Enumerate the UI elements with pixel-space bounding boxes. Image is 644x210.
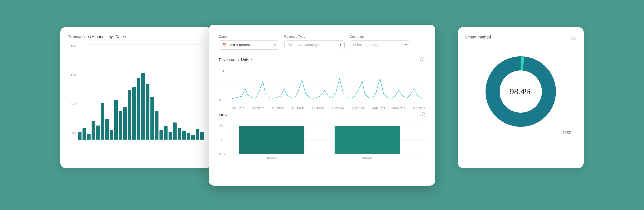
date-label-1: 12/01/2023 bbox=[231, 107, 244, 110]
revenue-type-filter-group: Revenue Type Select a revenue type. ▾ bbox=[284, 35, 345, 50]
date-label-10: 02/02/2024 bbox=[413, 107, 425, 110]
line-chart-section: Revenue by Date ▾ i bbox=[219, 57, 425, 106]
dates-clear-button[interactable]: × bbox=[274, 43, 276, 47]
line-chart-info-icon[interactable]: i bbox=[420, 57, 425, 62]
right-chart-title: yment method bbox=[465, 35, 491, 39]
mrr-chart-section: MRR i 20k - 10k - 0.0 - bbox=[219, 112, 425, 162]
y-label-1.5k: 1.5k bbox=[71, 44, 77, 47]
line-chart-area: 1.0k 0.0 12/01/2023 12/08/2023 12/15/202… bbox=[219, 66, 425, 106]
left-card: Transactions Amount by Date ▾ 1.5k 1.0k … bbox=[60, 27, 211, 168]
right-card: yment method i 98.4% CARD bbox=[458, 27, 584, 168]
countries-label: Countries bbox=[350, 35, 410, 38]
mrr-chart-svg: 20k - 10k - 0.0 - 12/2023 01/2024 bbox=[219, 121, 425, 159]
left-chart-header: Transactions Amount by Date ▾ bbox=[68, 35, 204, 39]
line-dropdown-arrow-icon: ▾ bbox=[251, 58, 252, 61]
countries-placeholder: Select a country bbox=[353, 43, 403, 47]
date-label-6: 01/05/2024 bbox=[332, 107, 345, 110]
right-info-text: i bbox=[573, 36, 574, 39]
y-label-500: 500 bbox=[71, 103, 77, 106]
svg-text:10k -: 10k - bbox=[219, 139, 226, 142]
scene: Transactions Amount by Date ▾ 1.5k 1.0k … bbox=[45, 15, 599, 196]
mrr-info-icon[interactable]: i bbox=[420, 112, 425, 117]
svg-text:12/2023: 12/2023 bbox=[267, 156, 277, 159]
dates-value: Last 3 months bbox=[228, 43, 272, 47]
date-label-5: 12/29/2023 bbox=[312, 107, 325, 110]
svg-text:01/2024: 01/2024 bbox=[362, 156, 372, 159]
revenue-type-input[interactable]: Select a revenue type. ▾ bbox=[284, 40, 345, 49]
mrr-chart-header: MRR i bbox=[219, 112, 425, 117]
date-label-8: 01/19/2024 bbox=[372, 107, 385, 110]
countries-input[interactable]: Select a country ▾ bbox=[350, 40, 410, 49]
svg-text:0.0: 0.0 bbox=[219, 99, 223, 102]
date-label-4: 12/22/2023 bbox=[292, 107, 304, 110]
line-chart-svg: 1.0k 0.0 bbox=[219, 66, 425, 105]
line-chart-title: Revenue bbox=[219, 57, 234, 62]
left-date-dropdown[interactable]: Date ▾ bbox=[115, 35, 126, 39]
left-date-selector-text: Date bbox=[115, 35, 124, 39]
svg-rect-14 bbox=[239, 126, 304, 154]
countries-dropdown-arrow-icon: ▾ bbox=[405, 43, 407, 47]
svg-text:1.0k: 1.0k bbox=[219, 70, 225, 73]
line-info-text: i bbox=[422, 58, 423, 61]
date-label-2: 12/08/2023 bbox=[252, 107, 264, 110]
y-label-0.0: 0.0 bbox=[72, 132, 77, 135]
mrr-chart-title: MRR bbox=[219, 113, 227, 117]
svg-text:0.0 -: 0.0 - bbox=[219, 153, 225, 156]
y-label-1.0k: 1.0k bbox=[71, 73, 77, 76]
revenue-type-label: Revenue Type bbox=[284, 35, 345, 38]
mrr-info-text: i bbox=[422, 113, 423, 116]
countries-filter-group: Countries Select a country ▾ bbox=[350, 35, 410, 50]
date-label-3: 12/15/2023 bbox=[272, 107, 284, 110]
dates-input[interactable]: 📅 Last 3 months × bbox=[219, 40, 279, 50]
center-card: Dates 📅 Last 3 months × Revenue Type Sel… bbox=[209, 25, 435, 186]
line-chart-header: Revenue by Date ▾ i bbox=[219, 57, 425, 62]
svg-text:20k -: 20k - bbox=[219, 124, 226, 127]
line-date-selector-text: Date bbox=[241, 57, 250, 62]
donut-container: 98.4% CARD bbox=[465, 44, 576, 139]
left-chart-title: Transactions Amount bbox=[68, 35, 106, 39]
svg-rect-15 bbox=[335, 126, 400, 154]
left-y-axis: 1.5k 1.0k 500 0.0 bbox=[68, 44, 77, 135]
donut-legend-card: CARD bbox=[562, 131, 571, 134]
bars-container: 1.5k 1.0k 500 0.0 bbox=[68, 44, 204, 140]
line-by-label: by bbox=[235, 57, 239, 62]
left-by-label: by bbox=[109, 35, 113, 39]
legend-label-text: CARD bbox=[562, 131, 571, 134]
date-label-9: 01/26/2024 bbox=[392, 107, 405, 110]
dates-filter-group: Dates 📅 Last 3 months × bbox=[219, 35, 279, 50]
line-date-dropdown[interactable]: Date ▾ bbox=[241, 57, 252, 62]
mrr-chart-area: 20k - 10k - 0.0 - 12/2023 01/2024 bbox=[219, 121, 425, 162]
date-label-7: 01/12/2024 bbox=[352, 107, 365, 110]
revenue-type-dropdown-arrow-icon: ▾ bbox=[340, 43, 341, 47]
dates-label: Dates bbox=[219, 35, 279, 38]
right-title-text: yment method bbox=[465, 35, 491, 39]
filter-row: Dates 📅 Last 3 months × Revenue Type Sel… bbox=[219, 35, 425, 50]
line-chart-date-labels: 12/01/2023 12/08/2023 12/15/2023 12/22/2… bbox=[219, 106, 425, 110]
donut-chart: 98.4% bbox=[486, 56, 556, 127]
grid-lines bbox=[78, 44, 204, 140]
left-dropdown-arrow-icon: ▾ bbox=[125, 35, 126, 38]
left-bar-chart: 1.5k 1.0k 500 0.0 bbox=[68, 44, 204, 140]
svg-text:98.4%: 98.4% bbox=[510, 87, 532, 96]
right-chart-header: yment method i bbox=[465, 35, 576, 40]
calendar-icon: 📅 bbox=[222, 43, 226, 47]
revenue-type-placeholder: Select a revenue type. bbox=[288, 43, 338, 47]
right-info-icon[interactable]: i bbox=[571, 35, 576, 40]
